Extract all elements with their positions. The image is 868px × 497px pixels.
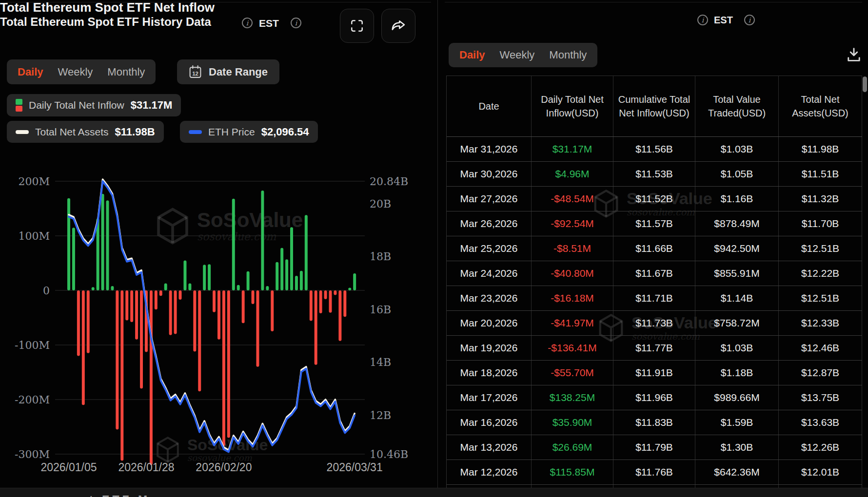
tab-daily[interactable]: Daily [18, 66, 43, 78]
inflow-bar [120, 290, 123, 460]
share-button[interactable] [381, 9, 415, 43]
assets-cell: $11.98B [779, 137, 862, 161]
table-row[interactable]: Mar 16,2026$35.90M$11.83B$1.59B$13.63B [447, 410, 862, 435]
date-cell: Mar 26,2026 [447, 211, 532, 236]
legend-value: $11.98B [115, 126, 155, 138]
cumulative-cell: $11.57B [613, 211, 695, 236]
right-axis-label: 12B [370, 409, 391, 421]
card-top-edge [6, 2, 431, 2]
inflow-cell: $138.25M [532, 385, 613, 410]
inflow-cell: -$48.54M [532, 187, 613, 211]
table-row[interactable]: Mar 27,2026-$48.54M$11.52B$1.16B$11.32B [447, 187, 862, 211]
info-icon[interactable]: i [291, 18, 301, 28]
table-scrollbar[interactable] [863, 76, 867, 92]
table-row[interactable]: Mar 30,2026$4.96M$11.53B$1.05B$11.51B [447, 162, 862, 187]
inflow-bar [77, 290, 80, 356]
tab-weekly[interactable]: Weekly [58, 66, 93, 78]
table-row[interactable]: Mar 20,2026-$41.97M$11.73B$758.72M$12.33… [447, 311, 862, 336]
table-row[interactable]: Mar 23,2026-$16.18M$11.71B$1.14B$12.51B [447, 286, 862, 311]
inflow-bar [174, 290, 177, 334]
legend-net-assets[interactable]: Total Net Assets $11.98B [7, 121, 164, 143]
assets-cell: $12.46B [779, 336, 862, 360]
table-row[interactable]: Mar 19,2026-$136.41M$11.77B$1.03B$12.46B [447, 336, 862, 361]
info-icon[interactable]: i [697, 15, 708, 25]
cumulative-cell: $11.76B [613, 460, 695, 484]
cumulative-cell: $11.83B [613, 410, 695, 435]
assets-cell: $13.63B [779, 410, 862, 435]
inflow-bar [159, 290, 162, 296]
date-range-button[interactable]: 12 Date Range [177, 59, 279, 84]
table-row[interactable]: Mar 24,2026-$40.80M$11.67B$855.91M$12.22… [447, 261, 862, 286]
table-row[interactable]: Mar 13,2026$26.69M$11.79B$1.30B$12.26B [447, 435, 862, 460]
history-data-title: Total Ethereum Spot ETF History Data [0, 15, 868, 29]
table-row[interactable]: Mar 31,2026$31.17M$11.56B$1.03B$11.98B [447, 137, 862, 162]
inflow-bar [217, 290, 220, 340]
cumulative-cell: $11.66B [613, 236, 695, 261]
traded-cell: $989.66M [695, 385, 779, 410]
assets-cell: $11.32B [779, 187, 862, 211]
download-button[interactable] [845, 46, 863, 65]
fullscreen-icon [350, 19, 364, 33]
date-cell: Mar 27,2026 [447, 187, 532, 211]
right-axis-label: 14B [370, 356, 391, 368]
info-icon[interactable]: i [242, 18, 253, 28]
traded-cell: $1.30B [695, 435, 779, 459]
assets-cell: $12.51B [779, 236, 862, 261]
inflow-bar [271, 290, 274, 331]
inflow-bar [247, 271, 250, 290]
right-axis-label: 10.46B [370, 448, 408, 460]
date-cell: Mar 30,2026 [447, 162, 532, 186]
legend-net-inflow[interactable]: Daily Total Net Inflow $31.17M [7, 94, 181, 116]
cumulative-cell: $11.91B [613, 361, 695, 385]
inflow-bar [300, 271, 303, 290]
table-row[interactable]: Mar 26,2026-$92.54M$11.57B$878.49M$11.70… [447, 211, 862, 236]
inflow-bar [319, 290, 322, 313]
inflow-cell: -$16.18M [532, 286, 613, 310]
assets-cell: $12.01B [779, 460, 862, 484]
table-body: Mar 31,2026$31.17M$11.56B$1.03B$11.98BMa… [447, 137, 862, 497]
inflow-bar [87, 290, 90, 353]
table-period-tabs: Daily Weekly Monthly [449, 43, 597, 67]
tab-monthly[interactable]: Monthly [107, 66, 145, 78]
traded-cell: $878.49M [695, 211, 779, 236]
cumulative-cell: $11.67B [613, 261, 695, 286]
x-axis-label: 2026/01/28 [118, 461, 174, 474]
info-icon[interactable]: i [744, 15, 755, 25]
assets-cell: $11.70B [779, 211, 862, 236]
table-row[interactable]: Mar 12,2026$115.85M$11.76B$642.36M$12.01… [447, 460, 862, 485]
inflow-bar [237, 285, 240, 290]
date-cell: Mar 17,2026 [447, 385, 532, 410]
inflow-bar [155, 290, 158, 309]
tab-monthly[interactable]: Monthly [549, 49, 587, 61]
timezone-label: EST [714, 15, 733, 26]
inflow-cell: -$40.80M [532, 261, 613, 286]
table-row[interactable]: Mar 17,2026$138.25M$11.96B$989.66M$13.75… [447, 385, 862, 410]
white-line-swatch-icon [16, 130, 29, 134]
legend-value: $2,096.54 [261, 126, 309, 138]
inflow-bar [295, 276, 298, 290]
traded-cell: $942.50M [695, 236, 779, 261]
fullscreen-button[interactable] [340, 9, 374, 43]
inflow-bar [329, 290, 332, 313]
legend-eth-price[interactable]: ETH Price $2,096.54 [180, 121, 318, 143]
table-row[interactable]: Mar 18,2026-$55.70M$11.91B$1.18B$12.87B [447, 361, 862, 385]
assets-cell: $11.51B [779, 162, 862, 186]
traded-cell: $1.14B [695, 286, 779, 310]
x-axis-label: 2026/01/05 [40, 461, 97, 474]
legend-value: $31.17M [131, 99, 173, 112]
date-cell: Mar 31,2026 [447, 137, 532, 161]
date-cell: Mar 24,2026 [447, 261, 532, 286]
inflow-bar [348, 287, 351, 290]
column-header: Total Net Assets(USD) [779, 76, 862, 136]
inflow-cell: $115.85M [532, 460, 613, 484]
left-axis-label: -100M [15, 339, 50, 351]
tab-daily[interactable]: Daily [459, 49, 485, 61]
inflow-bar [203, 265, 206, 290]
inflow-bar [261, 191, 264, 290]
traded-cell: $642.36M [695, 460, 779, 484]
date-range-label: Date Range [209, 66, 268, 78]
tab-weekly[interactable]: Weekly [500, 49, 535, 61]
net-inflow-chart[interactable]: 200M100M0-100M-200M-300M20.84B20B18B16B1… [0, 146, 437, 497]
date-cell: Mar 13,2026 [447, 435, 532, 459]
table-row[interactable]: Mar 25,2026-$8.51M$11.66B$942.50M$12.51B [447, 236, 862, 261]
